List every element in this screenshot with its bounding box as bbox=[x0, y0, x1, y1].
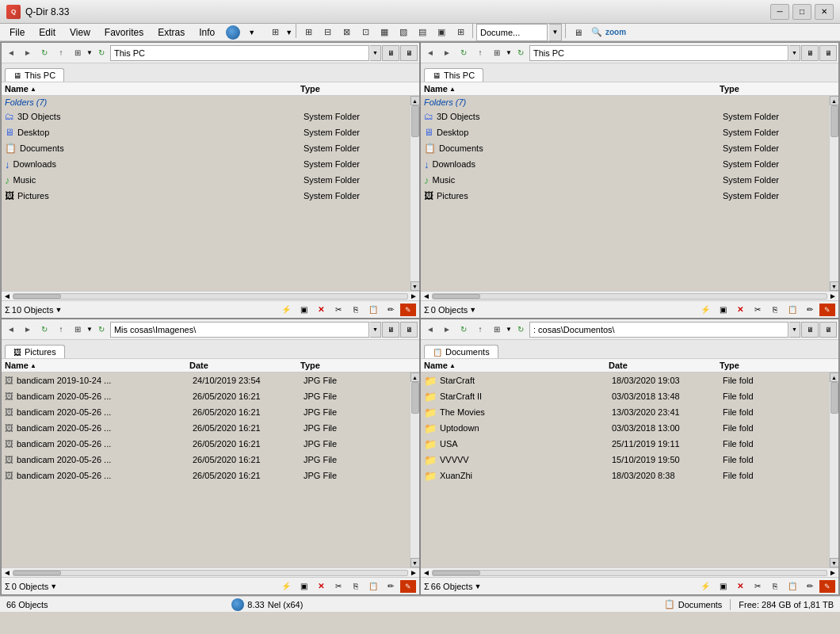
toolbar-icon-a[interactable]: 🖥 bbox=[569, 24, 586, 41]
pc-btn-br-2[interactable]: 🖥 bbox=[819, 322, 837, 338]
scroll-down-bl[interactable]: ▼ bbox=[410, 558, 420, 567]
col-type-tr[interactable]: Type bbox=[720, 84, 823, 94]
scroll-up-tl[interactable]: ▲ bbox=[410, 96, 420, 105]
forward-button-tr[interactable]: ► bbox=[439, 45, 455, 61]
refresh-button-tl[interactable]: ↻ bbox=[36, 45, 52, 61]
up-button-br[interactable]: ↑ bbox=[472, 322, 488, 338]
vscroll-br[interactable]: ▲ ▼ bbox=[829, 372, 838, 567]
tab-bl[interactable]: 🖼 Pictures bbox=[5, 345, 65, 358]
red-edit-tr[interactable]: ✎ bbox=[819, 304, 835, 316]
address-bar-tl[interactable]: This PC bbox=[110, 45, 369, 61]
hscroll-thumb-bl[interactable] bbox=[13, 571, 61, 575]
table-row[interactable]: 🗂 3D Objects System Folder bbox=[421, 109, 829, 124]
back-button-tr[interactable]: ◄ bbox=[422, 45, 438, 61]
pc-btn-bl-1[interactable]: 🖥 bbox=[382, 322, 399, 338]
menu-view[interactable]: View bbox=[63, 25, 97, 40]
grid-btn-bl[interactable]: ⊞ bbox=[70, 322, 86, 338]
grid-btn-tl[interactable]: ⊞ bbox=[70, 45, 86, 61]
addr-drop-tl[interactable]: ▼ bbox=[370, 45, 381, 61]
table-row[interactable]: ↓ Downloads System Folder bbox=[2, 156, 410, 172]
addr-drop-br[interactable]: ▼ bbox=[789, 322, 800, 338]
file-list-bl[interactable]: 🖼 bandicam 2019-10-24 ... 24/10/2019 23:… bbox=[2, 372, 410, 483]
toolbar-btn-1[interactable]: ⊞ bbox=[300, 24, 317, 41]
forward-button-bl[interactable]: ► bbox=[20, 322, 36, 338]
table-row[interactable]: 🖥 Desktop System Folder bbox=[2, 124, 410, 140]
hscroll-left-br[interactable]: ◄ bbox=[422, 568, 430, 577]
delete-icon-tl[interactable]: ✕ bbox=[313, 304, 329, 316]
address-bar-br[interactable]: : cosas\Documentos\ bbox=[529, 322, 788, 338]
file-list-tl[interactable]: 🗂 3D Objects System Folder 🖥 Desktop Sys… bbox=[2, 109, 410, 204]
col-type-bl[interactable]: Type bbox=[300, 361, 403, 370]
grid-dropdown-tl[interactable]: ▼ bbox=[86, 49, 93, 56]
toolbar-btn-9[interactable]: ⊞ bbox=[452, 24, 469, 41]
table-row[interactable]: 🗂 3D Objects System Folder bbox=[2, 109, 410, 124]
table-row[interactable]: ↓ Downloads System Folder bbox=[421, 156, 829, 172]
delete-icon-bl[interactable]: ✕ bbox=[313, 580, 329, 593]
objects-drop-bl[interactable]: ▼ bbox=[50, 582, 57, 590]
col-date-bl[interactable]: Date bbox=[189, 361, 300, 370]
scroll-down-tl[interactable]: ▼ bbox=[410, 281, 420, 291]
address-dropdown[interactable]: ▼ bbox=[549, 24, 562, 41]
refresh-button-br[interactable]: ↻ bbox=[456, 322, 472, 338]
table-row[interactable]: 🖼 bandicam 2020-05-26 ... 26/05/2020 16:… bbox=[2, 388, 410, 404]
paste-icon-br[interactable]: 📋 bbox=[785, 580, 800, 593]
toolbar-dropdown-1[interactable]: ▼ bbox=[285, 24, 292, 41]
vscroll-tl[interactable]: ▲ ▼ bbox=[410, 96, 419, 291]
grid-dropdown-tr[interactable]: ▼ bbox=[506, 49, 512, 56]
refresh2-br[interactable]: ↻ bbox=[513, 322, 529, 338]
col-type-tl[interactable]: Type bbox=[300, 84, 403, 94]
toolbar-btn-7[interactable]: ▤ bbox=[414, 24, 431, 41]
table-row[interactable]: 🖼 bandicam 2020-05-26 ... 26/05/2020 16:… bbox=[2, 452, 410, 468]
table-row[interactable]: 🖼 bandicam 2020-05-26 ... 26/05/2020 16:… bbox=[2, 420, 410, 436]
table-row[interactable]: ♪ Music System Folder bbox=[2, 172, 410, 188]
menu-extras[interactable]: Extras bbox=[151, 25, 191, 40]
tab-tl[interactable]: 🖥 This PC bbox=[5, 68, 64, 82]
pc-btn-tl-2[interactable]: 🖥 bbox=[400, 45, 418, 61]
pc-btn-br-1[interactable]: 🖥 bbox=[801, 322, 819, 338]
addr-drop-bl[interactable]: ▼ bbox=[370, 322, 381, 338]
window-icon-tr[interactable]: ▣ bbox=[715, 304, 731, 316]
back-button-bl[interactable]: ◄ bbox=[3, 322, 19, 338]
table-row[interactable]: ♪ Music System Folder bbox=[421, 172, 829, 188]
address-bar-tr[interactable]: This PC bbox=[529, 45, 788, 61]
file-list-tr[interactable]: 🗂 3D Objects System Folder 🖥 Desktop Sys… bbox=[421, 109, 829, 204]
table-row[interactable]: 📁 USA 25/11/2019 19:11 File fold bbox=[421, 436, 829, 452]
lightning-icon-tl[interactable]: ⚡ bbox=[278, 304, 294, 316]
menu-favorites[interactable]: Favorites bbox=[98, 25, 150, 40]
scroll-down-br[interactable]: ▼ bbox=[830, 558, 839, 567]
lightning-icon-br[interactable]: ⚡ bbox=[697, 580, 713, 593]
globe-icon[interactable] bbox=[226, 25, 240, 40]
pc-btn-tl-1[interactable]: 🖥 bbox=[382, 45, 399, 61]
lightning-icon-bl[interactable]: ⚡ bbox=[278, 580, 294, 593]
hscroll-left-tl[interactable]: ◄ bbox=[3, 292, 11, 300]
scroll-thumb-tl[interactable] bbox=[411, 105, 419, 137]
forward-button-tl[interactable]: ► bbox=[20, 45, 36, 61]
col-name-bl[interactable]: Name ▲ bbox=[5, 361, 189, 370]
refresh-button-tr[interactable]: ↻ bbox=[456, 45, 472, 61]
refresh2-bl[interactable]: ↻ bbox=[94, 322, 109, 338]
pc-btn-tr-1[interactable]: 🖥 bbox=[801, 45, 819, 61]
hscroll-thumb-br[interactable] bbox=[433, 571, 480, 575]
col-date-br[interactable]: Date bbox=[609, 361, 720, 370]
file-list-br[interactable]: 📁 StarCraft 18/03/2020 19:03 File fold 📁… bbox=[421, 372, 829, 483]
delete-icon-br[interactable]: ✕ bbox=[732, 580, 748, 593]
table-row[interactable]: 📁 StarCraft II 03/03/2018 13:48 File fol… bbox=[421, 388, 829, 404]
refresh2-tl[interactable]: ↻ bbox=[94, 45, 109, 61]
toolbar-btn-6[interactable]: ▧ bbox=[395, 24, 412, 41]
forward-button-br[interactable]: ► bbox=[439, 322, 455, 338]
col-type-br[interactable]: Type bbox=[720, 361, 823, 370]
minimize-button[interactable]: ─ bbox=[770, 4, 789, 20]
table-row[interactable]: 🖼 Pictures System Folder bbox=[2, 188, 410, 204]
menu-file[interactable]: File bbox=[3, 25, 31, 40]
hscroll-right-bl[interactable]: ► bbox=[410, 568, 418, 577]
hscroll-right-tl[interactable]: ► bbox=[410, 292, 418, 300]
copy-icon-tr[interactable]: ⎘ bbox=[767, 304, 783, 316]
hscroll-tl[interactable]: ◄ ► bbox=[2, 291, 419, 300]
paste-icon-tr[interactable]: 📋 bbox=[785, 304, 800, 316]
vscroll-bl[interactable]: ▲ ▼ bbox=[410, 372, 419, 567]
hscroll-left-tr[interactable]: ◄ bbox=[422, 292, 430, 300]
red-edit-br[interactable]: ✎ bbox=[819, 580, 835, 593]
objects-drop-tr[interactable]: ▼ bbox=[469, 306, 476, 314]
copy-icon-tl[interactable]: ⎘ bbox=[348, 304, 364, 316]
addr-drop-tr[interactable]: ▼ bbox=[789, 45, 800, 61]
